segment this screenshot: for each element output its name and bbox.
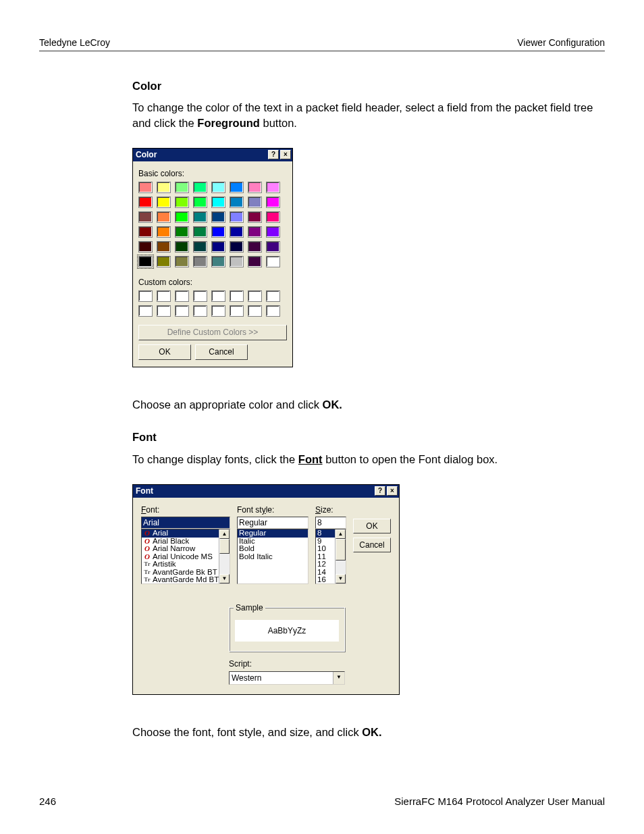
color-swatch[interactable] xyxy=(138,226,153,238)
custom-color-swatch[interactable] xyxy=(211,305,225,317)
script-select[interactable]: Western ▼ xyxy=(229,671,345,685)
color-swatch[interactable] xyxy=(138,256,153,267)
color-swatch[interactable] xyxy=(211,226,225,238)
color-swatch[interactable] xyxy=(248,197,262,208)
custom-color-swatch[interactable] xyxy=(157,290,171,302)
font-style-listbox[interactable]: RegularItalicBoldBold Italic xyxy=(237,529,308,584)
color-swatch[interactable] xyxy=(230,226,244,238)
color-swatch[interactable] xyxy=(175,226,189,238)
font-style-input[interactable]: Regular xyxy=(237,517,308,529)
color-swatch[interactable] xyxy=(230,256,244,267)
color-swatch[interactable] xyxy=(175,241,189,253)
color-swatch[interactable] xyxy=(266,197,280,208)
color-swatch[interactable] xyxy=(266,226,280,238)
color-swatch[interactable] xyxy=(230,182,244,193)
scroll-thumb[interactable] xyxy=(219,539,230,554)
color-swatch[interactable] xyxy=(211,256,225,267)
font-list-item[interactable]: TrArtistik xyxy=(142,561,230,569)
scroll-down-icon[interactable]: ▼ xyxy=(219,574,230,583)
custom-color-swatch[interactable] xyxy=(230,290,244,302)
color-swatch[interactable] xyxy=(211,211,225,223)
color-swatch[interactable] xyxy=(138,182,153,193)
custom-color-swatch[interactable] xyxy=(211,290,225,302)
font-list-item[interactable]: OArial Narrow xyxy=(142,545,230,553)
color-swatch[interactable] xyxy=(138,241,153,253)
color-paragraph: To change the color of the text in a pac… xyxy=(132,100,605,130)
color-swatch[interactable] xyxy=(266,241,280,253)
font-ok-button[interactable]: OK xyxy=(353,519,391,533)
custom-color-swatch[interactable] xyxy=(266,305,280,317)
color-swatch[interactable] xyxy=(230,241,244,253)
custom-color-swatch[interactable] xyxy=(266,290,280,302)
color-swatch[interactable] xyxy=(157,241,171,253)
color-swatch[interactable] xyxy=(175,256,189,267)
scroll-up-icon[interactable]: ▲ xyxy=(219,529,230,539)
color-swatch[interactable] xyxy=(230,211,244,223)
color-swatch[interactable] xyxy=(175,197,189,208)
color-swatch[interactable] xyxy=(211,182,225,193)
color-swatch[interactable] xyxy=(193,226,207,238)
opentype-icon: O xyxy=(143,553,151,561)
page-number: 246 xyxy=(39,796,56,807)
custom-color-swatch[interactable] xyxy=(248,305,262,317)
custom-color-swatch[interactable] xyxy=(230,305,244,317)
style-list-item[interactable]: Regular xyxy=(238,529,308,538)
custom-color-swatch[interactable] xyxy=(138,305,153,317)
scroll-up-icon[interactable]: ▲ xyxy=(336,529,346,539)
color-swatch[interactable] xyxy=(193,256,207,267)
close-button[interactable]: × xyxy=(387,486,398,496)
font-input[interactable]: Arial xyxy=(141,517,230,529)
color-swatch[interactable] xyxy=(266,182,280,193)
color-cancel-button[interactable]: Cancel xyxy=(195,344,248,360)
font-list-item[interactable]: OArial xyxy=(142,529,230,538)
custom-color-swatch[interactable] xyxy=(138,290,153,302)
custom-color-swatch[interactable] xyxy=(248,290,262,302)
close-button[interactable]: × xyxy=(280,150,291,159)
scrollbar[interactable]: ▲ ▼ xyxy=(219,529,230,583)
color-swatch[interactable] xyxy=(157,182,171,193)
define-custom-colors-button[interactable]: Define Custom Colors >> xyxy=(138,325,287,340)
color-swatch[interactable] xyxy=(157,226,171,238)
help-button[interactable]: ? xyxy=(375,486,385,496)
page-footer: 246 SierraFC M164 Protocol Analyzer User… xyxy=(39,796,605,807)
color-swatch[interactable] xyxy=(193,241,207,253)
color-swatch[interactable] xyxy=(157,197,171,208)
style-list-item[interactable]: Bold Italic xyxy=(238,553,308,561)
scroll-thumb[interactable] xyxy=(336,539,346,561)
font-list-item[interactable]: TrAvantGarde Md BT xyxy=(142,576,230,584)
custom-color-swatch[interactable] xyxy=(175,305,189,317)
custom-color-swatch[interactable] xyxy=(157,305,171,317)
color-swatch[interactable] xyxy=(193,211,207,223)
color-swatch[interactable] xyxy=(248,226,262,238)
style-list-item[interactable]: Bold xyxy=(238,545,308,553)
help-button[interactable]: ? xyxy=(268,150,279,159)
scroll-down-icon[interactable]: ▼ xyxy=(336,574,346,583)
color-swatch[interactable] xyxy=(266,211,280,223)
color-swatch[interactable] xyxy=(266,256,280,267)
color-swatch[interactable] xyxy=(211,197,225,208)
color-swatch[interactable] xyxy=(248,241,262,253)
color-swatch[interactable] xyxy=(138,197,153,208)
color-swatch[interactable] xyxy=(175,182,189,193)
color-swatch[interactable] xyxy=(211,241,225,253)
font-listbox[interactable]: OArialOArial BlackOArial NarrowOArial Un… xyxy=(141,529,230,584)
custom-color-swatch[interactable] xyxy=(193,305,207,317)
font-cancel-button[interactable]: Cancel xyxy=(353,538,391,552)
color-swatch[interactable] xyxy=(248,182,262,193)
scrollbar[interactable]: ▲ ▼ xyxy=(335,529,346,583)
size-input[interactable]: 8 xyxy=(315,517,346,529)
color-swatch[interactable] xyxy=(193,182,207,193)
color-swatch[interactable] xyxy=(193,197,207,208)
color-swatch[interactable] xyxy=(175,211,189,223)
color-swatch[interactable] xyxy=(138,211,153,223)
chevron-down-icon[interactable]: ▼ xyxy=(333,672,344,684)
color-swatch[interactable] xyxy=(157,256,171,267)
color-swatch[interactable] xyxy=(248,256,262,267)
color-ok-button[interactable]: OK xyxy=(138,344,191,360)
color-swatch[interactable] xyxy=(248,211,262,223)
custom-color-swatch[interactable] xyxy=(193,290,207,302)
color-swatch[interactable] xyxy=(230,197,244,208)
custom-color-swatch[interactable] xyxy=(175,290,189,302)
size-listbox[interactable]: 891011121416 ▲ ▼ xyxy=(315,529,346,584)
color-swatch[interactable] xyxy=(157,211,171,223)
